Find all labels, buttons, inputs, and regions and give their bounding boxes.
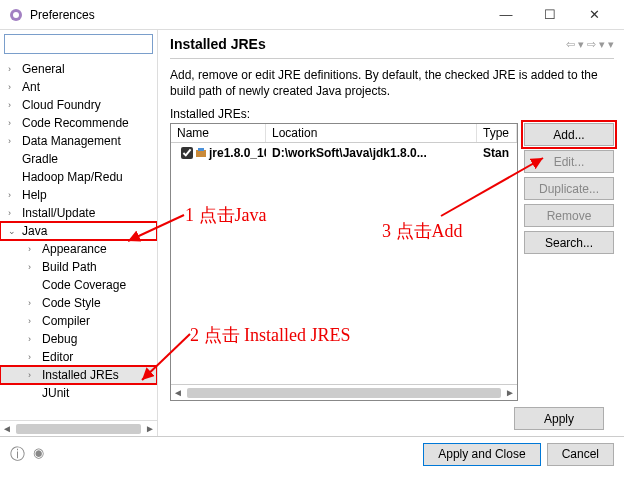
tree-item-label: Build Path [42, 260, 97, 274]
tree-item-install-update[interactable]: ›Install/Update [0, 204, 157, 222]
tree-item-label: Editor [42, 350, 73, 364]
sidebar-scrollbar[interactable]: ◄► [0, 420, 157, 436]
tree-item-code-recommende[interactable]: ›Code Recommende [0, 114, 157, 132]
chevron-right-icon: › [8, 208, 18, 218]
tree-item-label: Installed JREs [42, 368, 119, 382]
chevron-right-icon: › [28, 298, 38, 308]
chevron-down-icon: ⌄ [8, 226, 18, 236]
page-nav-icons[interactable]: ⇦ ▾ ⇨ ▾ ▾ [566, 38, 614, 51]
minimize-button[interactable]: — [484, 1, 528, 29]
jre-name: jre1.8.0_10... [209, 146, 266, 160]
jre-icon [195, 147, 207, 159]
add-button[interactable]: Add... [524, 123, 614, 146]
column-type[interactable]: Type [477, 124, 517, 142]
dialog-button-bar: ⓘ ◉ Apply and Close Cancel [0, 436, 624, 471]
list-label: Installed JREs: [170, 107, 614, 121]
main-panel: Installed JREs ⇦ ▾ ⇨ ▾ ▾ Add, remove or … [158, 30, 624, 436]
tree-item-appearance[interactable]: ›Appearance [0, 240, 157, 258]
jre-type: Stan [477, 144, 517, 162]
tree-item-java[interactable]: ⌄Java [0, 222, 157, 240]
edit-button: Edit... [524, 150, 614, 173]
chevron-right-icon: › [8, 82, 18, 92]
page-description: Add, remove or edit JRE definitions. By … [170, 67, 614, 99]
tree-item-label: Code Style [42, 296, 101, 310]
apply-and-close-button[interactable]: Apply and Close [423, 443, 540, 466]
tree-item-ant[interactable]: ›Ant [0, 78, 157, 96]
chevron-right-icon: › [28, 370, 38, 380]
tree-item-label: Data Management [22, 134, 121, 148]
tree-item-label: General [22, 62, 65, 76]
chevron-right-icon: › [8, 64, 18, 74]
apply-button[interactable]: Apply [514, 407, 604, 430]
chevron-right-icon: › [28, 334, 38, 344]
jre-checkbox[interactable] [181, 147, 193, 159]
titlebar: Preferences — ☐ ✕ [0, 0, 624, 30]
tree-item-label: Install/Update [22, 206, 95, 220]
filter-input[interactable] [4, 34, 153, 54]
tree-item-build-path[interactable]: ›Build Path [0, 258, 157, 276]
tree-item-junit[interactable]: JUnit [0, 384, 157, 402]
tree-item-data-management[interactable]: ›Data Management [0, 132, 157, 150]
column-location[interactable]: Location [266, 124, 477, 142]
import-export-icon[interactable]: ◉ [33, 445, 44, 464]
chevron-right-icon: › [8, 118, 18, 128]
chevron-right-icon: › [8, 190, 18, 200]
tree-item-label: Hadoop Map/Redu [22, 170, 123, 184]
chevron-right-icon: › [28, 244, 38, 254]
window-title: Preferences [30, 8, 484, 22]
tree-item-help[interactable]: ›Help [0, 186, 157, 204]
duplicate-button: Duplicate... [524, 177, 614, 200]
cancel-button[interactable]: Cancel [547, 443, 614, 466]
tree-item-cloud-foundry[interactable]: ›Cloud Foundry [0, 96, 157, 114]
tree-item-debug[interactable]: ›Debug [0, 330, 157, 348]
help-icon[interactable]: ⓘ [10, 445, 25, 464]
tree-item-label: Debug [42, 332, 77, 346]
page-title: Installed JREs [170, 36, 566, 52]
maximize-button[interactable]: ☐ [528, 1, 572, 29]
tree-item-gradle[interactable]: Gradle [0, 150, 157, 168]
tree-item-label: Help [22, 188, 47, 202]
tree-item-label: Code Recommende [22, 116, 129, 130]
tree-item-editor[interactable]: ›Editor [0, 348, 157, 366]
tree-item-label: Code Coverage [42, 278, 126, 292]
jre-location: D:\workSoft\Java\jdk1.8.0... [266, 144, 477, 162]
preference-tree[interactable]: ›General›Ant›Cloud Foundry›Code Recommen… [0, 58, 157, 420]
tree-item-label: Compiler [42, 314, 90, 328]
app-icon [8, 7, 24, 23]
remove-button: Remove [524, 204, 614, 227]
tree-item-hadoop-map-redu[interactable]: Hadoop Map/Redu [0, 168, 157, 186]
jre-table[interactable]: Name Location Type jre1.8.0_10...D:\work… [170, 123, 518, 401]
chevron-right-icon: › [28, 262, 38, 272]
chevron-right-icon: › [28, 316, 38, 326]
search-button[interactable]: Search... [524, 231, 614, 254]
tree-item-compiler[interactable]: ›Compiler [0, 312, 157, 330]
chevron-right-icon: › [8, 100, 18, 110]
tree-item-code-coverage[interactable]: Code Coverage [0, 276, 157, 294]
sidebar: ›General›Ant›Cloud Foundry›Code Recommen… [0, 30, 158, 436]
tree-item-code-style[interactable]: ›Code Style [0, 294, 157, 312]
table-scrollbar[interactable]: ◄► [171, 384, 517, 400]
svg-point-1 [13, 12, 19, 18]
tree-item-label: Appearance [42, 242, 107, 256]
tree-item-installed-jres[interactable]: ›Installed JREs [0, 366, 157, 384]
table-row[interactable]: jre1.8.0_10...D:\workSoft\Java\jdk1.8.0.… [171, 143, 517, 162]
tree-item-label: Cloud Foundry [22, 98, 101, 112]
column-name[interactable]: Name [171, 124, 266, 142]
svg-rect-3 [198, 148, 204, 151]
tree-item-general[interactable]: ›General [0, 60, 157, 78]
chevron-right-icon: › [28, 352, 38, 362]
svg-rect-2 [196, 150, 206, 157]
tree-item-label: Gradle [22, 152, 58, 166]
tree-item-label: Java [22, 224, 47, 238]
chevron-right-icon: › [8, 136, 18, 146]
close-button[interactable]: ✕ [572, 1, 616, 29]
tree-item-label: JUnit [42, 386, 69, 400]
tree-item-label: Ant [22, 80, 40, 94]
